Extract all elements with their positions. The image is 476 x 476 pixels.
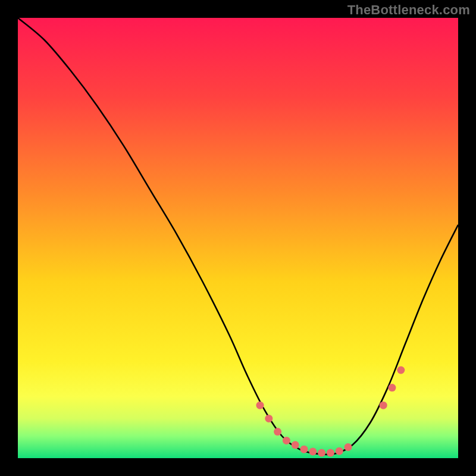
marker-dot <box>389 384 396 392</box>
marker-dot <box>345 443 352 451</box>
marker-dot <box>300 446 308 453</box>
gradient-background <box>18 18 458 458</box>
marker-dot <box>309 447 317 455</box>
bottleneck-chart <box>18 18 458 458</box>
marker-dot <box>327 449 334 457</box>
marker-dot <box>256 402 264 409</box>
marker-dot <box>274 428 281 436</box>
marker-dot <box>265 415 273 422</box>
marker-dot <box>336 447 343 455</box>
marker-dot <box>283 437 290 444</box>
marker-dot <box>380 402 387 409</box>
marker-dot <box>397 367 405 374</box>
watermark-text: TheBottleneck.com <box>347 2 470 18</box>
marker-dot <box>292 441 299 449</box>
chart-frame <box>18 18 458 458</box>
marker-dot <box>318 449 325 457</box>
